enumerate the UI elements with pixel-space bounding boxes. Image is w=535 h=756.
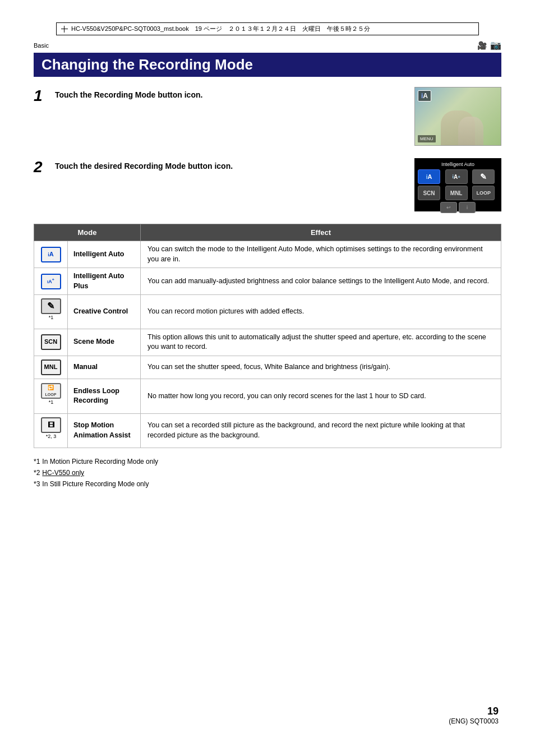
table-header-mode: Mode — [34, 224, 141, 241]
footnote-1-text: In Motion Picture Recording Mode only — [42, 456, 158, 467]
page-number: 19 — [449, 706, 499, 717]
mode-name-mnl: Manual — [68, 356, 141, 379]
page-footer: 19 (ENG) SQT0003 — [449, 706, 499, 725]
mode-effect-ia: You can switch the mode to the Intellige… — [141, 241, 501, 268]
section-label-row: Basic 🎥 📷 — [34, 40, 501, 50]
cc-superscript: *1 — [49, 315, 54, 320]
table-row: iA Intelligent Auto You can switch the m… — [34, 241, 501, 268]
stop-icon: 🎞 — [41, 417, 61, 433]
mode-effect-stop: You can set a recorded still picture as … — [141, 413, 501, 448]
camera-mode-icon: 📷 — [490, 40, 501, 50]
stop-superscript: *2, 3 — [46, 434, 57, 439]
mode-effect-scn: This option allows this unit to automati… — [141, 329, 501, 356]
video-mode-icon: 🎥 — [477, 41, 487, 50]
table-row: MNL Manual You can set the shutter speed… — [34, 356, 501, 379]
page-title: Changing the Recording Mode — [34, 53, 501, 77]
mode-btn-scn[interactable]: SCN — [418, 186, 440, 200]
cc-icon: ✎ — [41, 298, 61, 314]
loop-superscript: *1 — [49, 399, 54, 405]
step-1-row: 1 Touch the Recording Mode button icon. … — [34, 87, 501, 146]
section-label: Basic — [34, 42, 49, 49]
footnote-3-text: In Still Picture Recording Mode only — [42, 478, 149, 490]
step-2-image: Intelligent Auto iA iA+ ✎ SCN MNL LOO — [414, 158, 501, 211]
step-1-image: iA MENU — [414, 87, 501, 146]
footnotes: *1 In Motion Picture Recording Mode only… — [34, 456, 501, 490]
mode-icon-cell-loop: 🔁LOOP *1 — [34, 379, 68, 413]
step-2-text: Touch the desired Recording Mode button … — [55, 158, 409, 170]
mode-name-stop: Stop Motion Animation Assist — [68, 413, 141, 448]
mnl-icon: MNL — [41, 359, 61, 375]
mode-name-scn: Scene Mode — [68, 329, 141, 356]
mode-effect-mnl: You can set the shutter speed, focus, Wh… — [141, 356, 501, 379]
table-row: ✎ *1 Creative Control You can record mot… — [34, 295, 501, 329]
table-row: SCN Scene Mode This option allows this u… — [34, 329, 501, 356]
mode-effect-iap: You can add manually-adjusted brightness… — [141, 268, 501, 295]
mode-name-iap: Intelligent Auto Plus — [68, 268, 141, 295]
mode-btn-mnl[interactable]: MNL — [445, 186, 468, 200]
step-2-row: 2 Touch the desired Recording Mode butto… — [34, 158, 501, 211]
mode-btn-back[interactable]: ↩ — [440, 202, 457, 213]
mode-icon-cell-mnl: MNL — [34, 356, 68, 379]
menu-button-label: MENU — [418, 135, 436, 142]
step-2-number: 2 — [34, 158, 50, 176]
mode-icon-cell-stop: 🎞 *2, 3 — [34, 413, 68, 448]
mode-btn-loop[interactable]: LOOP — [472, 186, 495, 200]
table-row: 🔁LOOP *1 Endless Loop Recording No matte… — [34, 379, 501, 413]
mode-btn-cc[interactable]: ✎ — [472, 169, 495, 184]
mode-effect-loop: No matter how long you record, you can o… — [141, 379, 501, 413]
mode-panel-title: Intelligent Auto — [418, 162, 498, 167]
header-crosshair-icon — [61, 26, 68, 33]
footnote-3: *3 In Still Picture Recording Mode only — [34, 478, 501, 490]
step-1-text: Touch the Recording Mode button icon. — [55, 87, 409, 99]
loop-icon: 🔁LOOP — [41, 383, 61, 399]
footnote-2-mark: *2 — [34, 467, 40, 478]
mode-btn-info[interactable]: i — [459, 202, 476, 213]
step-1-number: 1 — [34, 87, 50, 105]
footnote-3-mark: *3 — [34, 478, 40, 490]
mode-name-cc: Creative Control — [68, 295, 141, 329]
footnote-1-mark: *1 — [34, 456, 40, 467]
footnote-2: *2 HC-V550 only — [34, 467, 501, 478]
page-footer-code: (ENG) SQT0003 — [449, 717, 499, 725]
footnote-1: *1 In Motion Picture Recording Mode only — [34, 456, 501, 467]
header-text: HC-V550&V250P&PC-SQT0003_mst.book 19 ページ… — [71, 25, 370, 33]
ia-icon: iA — [41, 247, 61, 262]
table-row: iA+ Intelligent Auto Plus You can add ma… — [34, 268, 501, 295]
mode-icon-cell-scn: SCN — [34, 329, 68, 356]
mode-name-loop: Endless Loop Recording — [68, 379, 141, 413]
mode-table: Mode Effect iA Intelligent Auto You can … — [34, 224, 501, 448]
mode-btn-iap[interactable]: iA+ — [445, 169, 468, 184]
footnote-2-text: HC-V550 only — [42, 467, 84, 478]
mode-effect-cc: You can record motion pictures with adde… — [141, 295, 501, 329]
mode-icon-cell-iap: iA+ — [34, 268, 68, 295]
mode-icon-cell-cc: ✎ *1 — [34, 295, 68, 329]
scn-icon: SCN — [41, 334, 61, 350]
mode-btn-ia[interactable]: iA — [418, 169, 440, 184]
iap-icon: iA+ — [41, 274, 61, 289]
table-row: 🎞 *2, 3 Stop Motion Animation Assist You… — [34, 413, 501, 448]
mode-name-ia: Intelligent Auto — [68, 241, 141, 268]
mode-icon-cell-ia: iA — [34, 241, 68, 268]
table-header-effect: Effect — [141, 224, 501, 241]
header-bar: HC-V550&V250P&PC-SQT0003_mst.book 19 ページ… — [56, 22, 479, 35]
